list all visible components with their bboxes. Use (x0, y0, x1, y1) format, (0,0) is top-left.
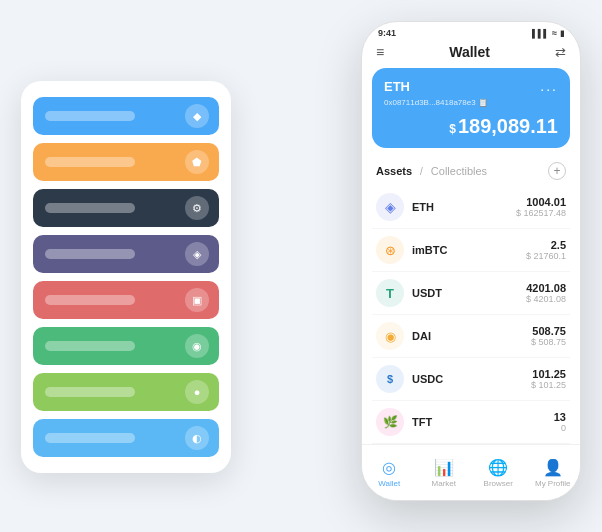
page-title: Wallet (449, 44, 490, 60)
asset-icon-usdt: T (376, 279, 404, 307)
asset-usd-usdc: $ 101.25 (531, 380, 566, 390)
market-nav-icon: 📊 (434, 458, 454, 477)
asset-amount-tft: 13 (554, 411, 566, 423)
eth-card-options[interactable]: ... (540, 78, 558, 94)
eth-card-name: ETH (384, 79, 410, 94)
nav-item-market[interactable]: 📊 Market (417, 458, 472, 488)
eth-card-address: 0x08711d3B...8418a78e3 📋 (384, 98, 558, 107)
card-item-light-green[interactable]: ● (33, 373, 219, 411)
eth-card[interactable]: ETH ... 0x08711d3B...8418a78e3 📋 $189,08… (372, 68, 570, 148)
card-label (45, 387, 135, 397)
asset-icon-tft: 🌿 (376, 408, 404, 436)
tab-collectibles[interactable]: Collectibles (431, 165, 487, 177)
asset-usd-usdt: $ 4201.08 (526, 294, 566, 304)
nav-label-market: Market (432, 479, 456, 488)
signal-icon: ▌▌▌ (532, 29, 549, 38)
nav-item-profile[interactable]: 👤 My Profile (526, 458, 581, 488)
asset-row-usdt[interactable]: T USDT 4201.08 $ 4201.08 (372, 272, 570, 315)
asset-icon-imbtc: ⊛ (376, 236, 404, 264)
asset-amounts-tft: 13 0 (554, 411, 566, 433)
scene: ◆ ⬟ ⚙ ◈ ▣ ◉ ● ◐ (21, 21, 581, 511)
card-item-green[interactable]: ◉ (33, 327, 219, 365)
card-label (45, 249, 135, 259)
card-label (45, 295, 135, 305)
assets-tabs: Assets / Collectibles (376, 165, 487, 177)
eth-card-top: ETH ... (384, 78, 558, 94)
asset-row-dai[interactable]: ◉ DAI 508.75 $ 508.75 (372, 315, 570, 358)
asset-amount-dai: 508.75 (531, 325, 566, 337)
add-asset-button[interactable]: + (548, 162, 566, 180)
card-stack: ◆ ⬟ ⚙ ◈ ▣ ◉ ● ◐ (21, 81, 231, 473)
asset-amount-usdc: 101.25 (531, 368, 566, 380)
tab-assets[interactable]: Assets (376, 165, 412, 177)
phone-header: ≡ Wallet ⇄ (362, 40, 580, 68)
asset-icon-dai: ◉ (376, 322, 404, 350)
asset-amounts-imbtc: 2.5 $ 21760.1 (526, 239, 566, 261)
eth-card-currency-symbol: $ (449, 122, 456, 136)
nav-item-wallet[interactable]: ◎ Wallet (362, 458, 417, 488)
asset-amounts-dai: 508.75 $ 508.75 (531, 325, 566, 347)
card-item-light-blue[interactable]: ◐ (33, 419, 219, 457)
asset-amounts-eth: 1004.01 $ 162517.48 (516, 196, 566, 218)
asset-row-eth[interactable]: ◈ ETH 1004.01 $ 162517.48 (372, 186, 570, 229)
battery-icon: ▮ (560, 29, 564, 38)
asset-list: ◈ ETH 1004.01 $ 162517.48 ⊛ imBTC 2.5 $ … (362, 186, 580, 444)
profile-nav-icon: 👤 (543, 458, 563, 477)
card-item-purple[interactable]: ◈ (33, 235, 219, 273)
status-time: 9:41 (378, 28, 396, 38)
status-icons: ▌▌▌ ≈ ▮ (532, 28, 564, 38)
asset-usd-tft: 0 (554, 423, 566, 433)
asset-usd-imbtc: $ 21760.1 (526, 251, 566, 261)
asset-name-tft: TFT (412, 416, 554, 428)
asset-name-dai: DAI (412, 330, 531, 342)
tab-separator: / (420, 166, 423, 177)
asset-amount-usdt: 4201.08 (526, 282, 566, 294)
scan-icon[interactable]: ⇄ (555, 45, 566, 60)
card-label (45, 203, 135, 213)
nav-label-wallet: Wallet (378, 479, 400, 488)
asset-amount-eth: 1004.01 (516, 196, 566, 208)
asset-name-imbtc: imBTC (412, 244, 526, 256)
asset-amounts-usdt: 4201.08 $ 4201.08 (526, 282, 566, 304)
asset-name-usdt: USDT (412, 287, 526, 299)
asset-name-eth: ETH (412, 201, 516, 213)
card-icon-orange: ⬟ (185, 150, 209, 174)
card-icon-light-blue: ◐ (185, 426, 209, 450)
asset-row-tft[interactable]: 🌿 TFT 13 0 (372, 401, 570, 444)
wallet-nav-icon: ◎ (382, 458, 396, 477)
menu-icon[interactable]: ≡ (376, 44, 384, 60)
card-icon-red: ▣ (185, 288, 209, 312)
asset-icon-usdc: $ (376, 365, 404, 393)
asset-usd-eth: $ 162517.48 (516, 208, 566, 218)
card-label (45, 111, 135, 121)
phone: 9:41 ▌▌▌ ≈ ▮ ≡ Wallet ⇄ ETH ... 0x08711d… (361, 21, 581, 501)
asset-usd-dai: $ 508.75 (531, 337, 566, 347)
card-icon-green: ◉ (185, 334, 209, 358)
card-icon-light-green: ● (185, 380, 209, 404)
nav-label-profile: My Profile (535, 479, 571, 488)
asset-amounts-usdc: 101.25 $ 101.25 (531, 368, 566, 390)
card-item-dark[interactable]: ⚙ (33, 189, 219, 227)
assets-header: Assets / Collectibles + (362, 158, 580, 186)
asset-row-imbtc[interactable]: ⊛ imBTC 2.5 $ 21760.1 (372, 229, 570, 272)
card-label (45, 433, 135, 443)
bottom-nav: ◎ Wallet 📊 Market 🌐 Browser 👤 My Profile (362, 444, 580, 500)
card-label (45, 157, 135, 167)
asset-row-usdc[interactable]: $ USDC 101.25 $ 101.25 (372, 358, 570, 401)
card-item-blue[interactable]: ◆ (33, 97, 219, 135)
card-label (45, 341, 135, 351)
nav-label-browser: Browser (484, 479, 513, 488)
asset-amount-imbtc: 2.5 (526, 239, 566, 251)
browser-nav-icon: 🌐 (488, 458, 508, 477)
eth-card-amount: $189,089.11 (384, 115, 558, 138)
asset-icon-eth: ◈ (376, 193, 404, 221)
card-item-red[interactable]: ▣ (33, 281, 219, 319)
card-icon-blue: ◆ (185, 104, 209, 128)
status-bar: 9:41 ▌▌▌ ≈ ▮ (362, 22, 580, 40)
asset-name-usdc: USDC (412, 373, 531, 385)
wifi-icon: ≈ (552, 28, 557, 38)
nav-item-browser[interactable]: 🌐 Browser (471, 458, 526, 488)
card-icon-dark: ⚙ (185, 196, 209, 220)
card-icon-purple: ◈ (185, 242, 209, 266)
card-item-orange[interactable]: ⬟ (33, 143, 219, 181)
